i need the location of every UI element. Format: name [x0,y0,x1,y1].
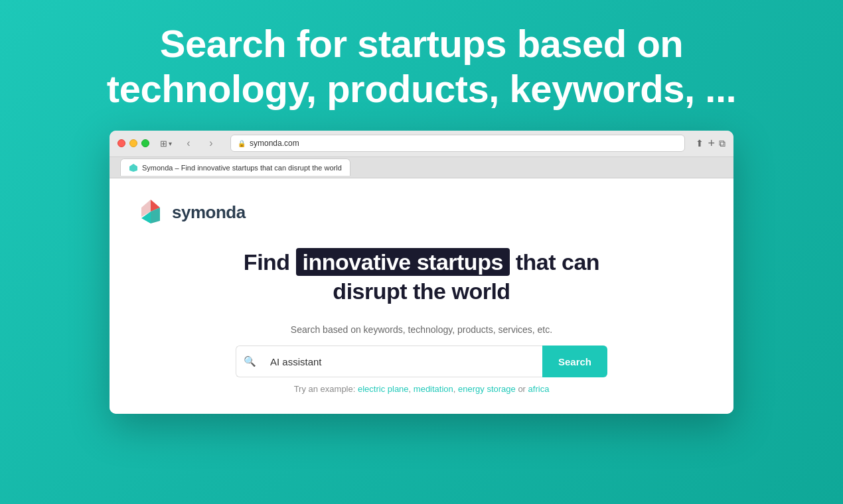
examples-prefix: Try an example: [294,384,356,394]
search-description: Search based on keywords, technology, pr… [136,324,707,335]
back-icon: ‹ [187,137,190,149]
hero-text-after: that can [510,249,599,275]
maximize-button[interactable] [141,139,149,147]
search-bar-container: 🔍 Search [236,346,607,377]
sidebar-toggle-button[interactable]: ⊞ ▾ [160,139,172,149]
search-icon-wrapper: 🔍 [236,346,264,377]
tabs-icon[interactable]: ⧉ [719,138,726,149]
minimize-button[interactable] [129,139,137,147]
search-examples: Try an example: electric plane, meditati… [136,384,707,394]
browser-content: symonda Find innovative startups that ca… [110,178,733,414]
back-button[interactable]: ‹ [180,135,197,152]
headline-line2: technology, products, keywords, ... [107,67,736,110]
tab-title: Symonda – Find innovative startups that … [142,164,342,172]
active-tab[interactable]: Symonda – Find innovative startups that … [120,158,350,176]
chevron-down-icon: ▾ [169,140,172,147]
browser-tabbar: Symonda – Find innovative startups that … [110,157,733,178]
lock-icon: 🔒 [238,140,246,147]
hero-section: Find innovative startups that can disrup… [136,247,707,306]
search-section: Search based on keywords, technology, pr… [136,324,707,394]
site-header: symonda [136,198,707,227]
hero-line2: disrupt the world [333,279,510,304]
tab-favicon [129,163,138,172]
headline: Search for startups based on technology,… [54,0,789,131]
close-button[interactable] [117,139,125,147]
example-electric-plane[interactable]: electric plane [358,384,409,394]
logo-text: symonda [172,202,246,223]
hero-heading: Find innovative startups that can disrup… [136,247,707,306]
search-input[interactable] [264,346,542,377]
traffic-lights [117,139,149,147]
example-meditation[interactable]: meditation [414,384,453,394]
example-africa[interactable]: africa [528,384,550,394]
browser-titlebar: ⊞ ▾ ‹ › 🔒 symonda.com ⬆ + ⧉ [110,131,733,157]
browser-window: ⊞ ▾ ‹ › 🔒 symonda.com ⬆ + ⧉ Symon [110,131,733,414]
hero-highlight: innovative startups [296,248,510,276]
sidebar-icon: ⊞ [160,139,167,149]
headline-line1: Search for startups based on [160,22,684,65]
new-tab-icon[interactable]: + [708,137,715,151]
svg-marker-0 [129,164,137,172]
browser-actions: ⬆ + ⧉ [696,137,726,151]
address-bar[interactable]: 🔒 symonda.com [230,135,685,152]
hero-text-before: Find [244,249,296,275]
forward-button[interactable]: › [202,135,220,152]
address-text: symonda.com [250,139,299,148]
search-button[interactable]: Search [542,346,607,377]
example-energy-storage[interactable]: energy storage [458,384,516,394]
symonda-logo-icon [136,198,165,227]
forward-icon: › [209,137,212,149]
share-icon[interactable]: ⬆ [696,138,704,149]
search-icon: 🔍 [244,355,256,367]
